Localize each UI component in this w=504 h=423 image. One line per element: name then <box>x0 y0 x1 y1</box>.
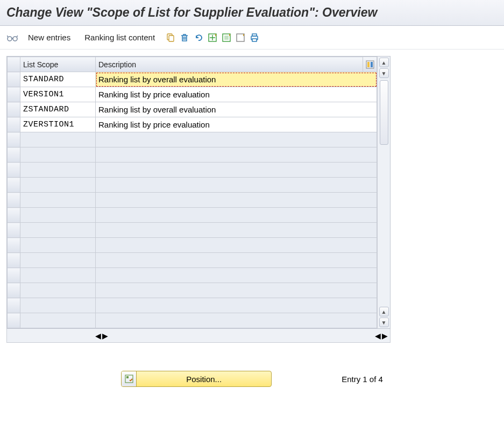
scroll-down-bottom-icon[interactable]: ▼ <box>379 318 389 327</box>
page-title: Change View "Scope of List for Supplier … <box>6 5 498 20</box>
scroll-right-icon[interactable]: ▶ <box>102 332 108 340</box>
copy-icon[interactable] <box>165 32 176 44</box>
cell-description[interactable] <box>96 223 377 238</box>
table-row-empty <box>8 313 377 328</box>
page-header: Change View "Scope of List for Supplier … <box>0 0 504 26</box>
scroll-up-icon[interactable]: ▲ <box>379 58 389 67</box>
scroll-left-end-icon[interactable]: ◀ <box>375 332 381 340</box>
cell-description[interactable] <box>96 193 377 208</box>
table-wrapper: List Scope Description STANDARDRankin <box>6 56 391 329</box>
content-area: List Scope Description STANDARDRankin <box>0 50 504 349</box>
cell-description[interactable] <box>96 208 377 223</box>
row-selector[interactable] <box>8 193 20 208</box>
table-row-empty <box>8 238 377 253</box>
toolbar: New entries Ranking list content <box>0 26 504 50</box>
table-row: ZSTANDARDRanking list by overall evaluat… <box>8 102 377 117</box>
cell-list-scope[interactable] <box>20 313 96 328</box>
row-selector[interactable] <box>8 238 20 253</box>
table-row: STANDARDRanking list by overall evaluati… <box>8 72 377 87</box>
cell-list-scope[interactable]: STANDARD <box>20 72 96 87</box>
new-entries-button[interactable]: New entries <box>24 31 75 44</box>
scroll-left-icon[interactable]: ◀ <box>95 332 101 340</box>
table-row: VERSION1Ranking list by price evaluation <box>8 87 377 102</box>
column-header-scope[interactable]: List Scope <box>20 57 96 72</box>
svg-rect-13 <box>371 62 373 67</box>
cell-list-scope[interactable] <box>20 178 96 193</box>
delete-icon[interactable] <box>179 32 190 44</box>
cell-list-scope[interactable]: ZVERSTION1 <box>20 117 96 132</box>
svg-rect-15 <box>126 376 129 378</box>
print-icon[interactable] <box>249 32 260 44</box>
cell-description[interactable] <box>96 178 377 193</box>
row-selector[interactable] <box>8 298 20 313</box>
cell-description[interactable] <box>96 163 377 178</box>
row-selector[interactable] <box>8 132 20 147</box>
row-selector[interactable] <box>8 117 20 132</box>
select-all-icon[interactable] <box>207 32 218 44</box>
glasses-icon[interactable] <box>6 32 18 44</box>
cell-list-scope[interactable] <box>20 238 96 253</box>
row-selector[interactable] <box>8 87 20 102</box>
cell-list-scope[interactable] <box>20 268 96 283</box>
table-row-empty <box>8 268 377 283</box>
row-selector[interactable] <box>8 147 20 163</box>
scroll-up-bottom-icon[interactable]: ▲ <box>379 307 389 316</box>
select-all-header[interactable] <box>8 57 20 72</box>
cell-list-scope[interactable] <box>20 223 96 238</box>
cell-list-scope[interactable] <box>20 298 96 313</box>
ranking-list-content-button[interactable]: Ranking list content <box>80 31 159 44</box>
svg-point-0 <box>8 37 12 41</box>
cell-list-scope[interactable] <box>20 147 96 163</box>
row-selector[interactable] <box>8 208 20 223</box>
row-selector[interactable] <box>8 178 20 193</box>
cell-description[interactable] <box>96 283 377 298</box>
cell-list-scope[interactable]: VERSION1 <box>20 87 96 102</box>
scroll-right-end-icon[interactable]: ▶ <box>382 332 388 340</box>
cell-description[interactable] <box>96 147 377 163</box>
cell-description[interactable] <box>96 238 377 253</box>
table-row-empty <box>8 223 377 238</box>
cell-list-scope[interactable] <box>20 283 96 298</box>
cell-list-scope[interactable] <box>20 208 96 223</box>
table-row-empty <box>8 253 377 268</box>
cell-description[interactable] <box>96 253 377 268</box>
undo-icon[interactable] <box>193 32 204 44</box>
cell-description[interactable] <box>96 268 377 283</box>
table-row-empty <box>8 208 377 223</box>
cell-description[interactable] <box>96 313 377 328</box>
deselect-all-icon[interactable] <box>235 32 246 44</box>
horizontal-scrollbar[interactable]: ◀ ▶ ◀ ▶ <box>6 329 391 343</box>
cell-list-scope[interactable] <box>20 193 96 208</box>
row-selector[interactable] <box>8 313 20 328</box>
cell-description[interactable]: Ranking list by overall evaluation <box>96 102 377 117</box>
scrollbar-thumb[interactable] <box>380 80 388 145</box>
vertical-scrollbar[interactable]: ▲ ▼ ▲ ▼ <box>377 57 390 328</box>
row-selector[interactable] <box>8 223 20 238</box>
cell-description[interactable]: Ranking list by price evaluation <box>96 87 377 102</box>
cell-list-scope[interactable]: ZSTANDARD <box>20 102 96 117</box>
cell-description[interactable] <box>96 132 377 147</box>
row-selector[interactable] <box>8 268 20 283</box>
table-config-icon[interactable] <box>363 57 377 72</box>
cell-description[interactable]: Ranking list by price evaluation <box>96 117 377 132</box>
row-selector[interactable] <box>8 163 20 178</box>
entry-status: Entry 1 of 4 <box>342 375 383 384</box>
row-selector[interactable] <box>8 102 20 117</box>
row-selector[interactable] <box>8 72 20 87</box>
table-row-empty <box>8 193 377 208</box>
column-header-description-label: Description <box>98 60 136 69</box>
cell-description[interactable]: Ranking list by overall evaluation <box>96 72 377 87</box>
position-button[interactable]: Position... <box>121 371 272 387</box>
position-button-label: Position... <box>137 375 271 384</box>
cell-list-scope[interactable] <box>20 163 96 178</box>
cell-list-scope[interactable] <box>20 132 96 147</box>
table-row-empty <box>8 147 377 163</box>
scroll-down-icon[interactable]: ▼ <box>379 68 389 78</box>
cell-list-scope[interactable] <box>20 253 96 268</box>
row-selector[interactable] <box>8 283 20 298</box>
column-header-description[interactable]: Description <box>96 57 377 72</box>
select-block-icon[interactable] <box>221 32 232 44</box>
row-selector[interactable] <box>8 253 20 268</box>
cell-description[interactable] <box>96 298 377 313</box>
footer: Position... Entry 1 of 4 <box>0 371 504 398</box>
